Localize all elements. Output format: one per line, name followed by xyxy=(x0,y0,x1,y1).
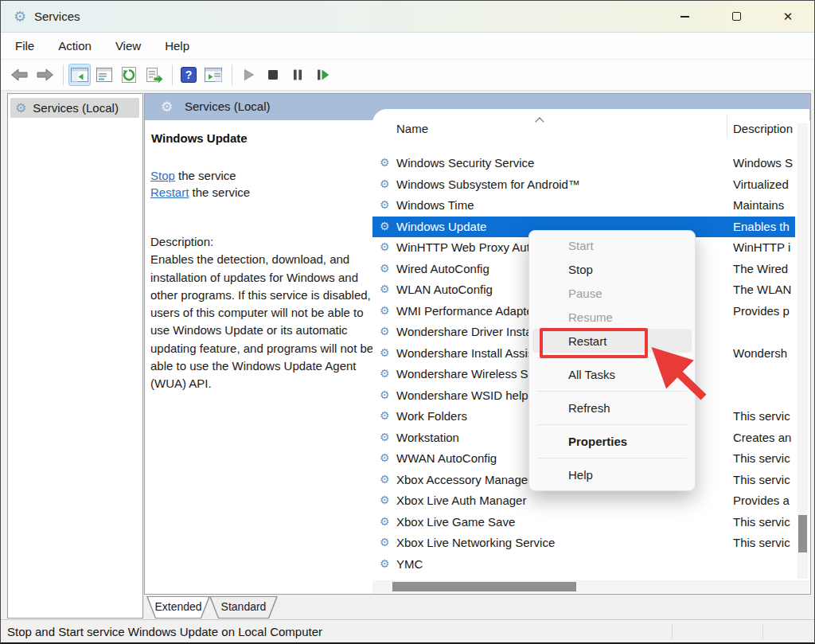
toolbar-separator xyxy=(63,64,64,85)
service-name: Windows Time xyxy=(396,198,474,212)
show-action-pane-button[interactable] xyxy=(202,64,224,86)
export-list-button[interactable] xyxy=(142,64,165,86)
service-gear-icon: ⚙ xyxy=(380,409,390,422)
service-row[interactable]: ⚙ Xbox Live Networking Service This serv… xyxy=(372,533,795,554)
stop-service-button[interactable] xyxy=(262,64,284,86)
service-gear-icon: ⚙ xyxy=(380,325,390,338)
back-button[interactable] xyxy=(9,64,31,86)
view-tab[interactable]: Standard xyxy=(209,596,278,619)
context-menu-item[interactable]: Help › xyxy=(532,463,692,486)
menu-item[interactable]: Help xyxy=(165,39,189,53)
service-description-cell: Wondersh xyxy=(733,346,787,360)
service-name: Work Folders xyxy=(396,409,467,423)
service-description-cell: Provides p xyxy=(733,304,790,318)
context-menu-item-label: All Tasks xyxy=(568,368,615,381)
service-name: Xbox Live Auth Manager xyxy=(396,494,526,507)
service-gear-icon: ⚙ xyxy=(380,156,390,169)
context-menu-item[interactable]: Properties › xyxy=(532,429,692,453)
service-description-cell: This servic xyxy=(733,536,790,549)
service-action-line: Stop the service xyxy=(150,167,250,184)
tab-label: Extended xyxy=(146,600,210,613)
context-menu-item-label: Refresh xyxy=(568,401,610,415)
context-menu-item[interactable]: Stop › xyxy=(532,257,692,281)
service-row[interactable]: ⚙ Windows Security Service Windows S xyxy=(372,153,795,174)
minimize-button[interactable] xyxy=(666,1,703,32)
service-description-cell: Virtualized xyxy=(733,178,789,191)
start-service-icon xyxy=(240,66,257,84)
help-icon: ? xyxy=(181,67,197,83)
service-action-rest: the service xyxy=(189,185,250,199)
vertical-scrollbar[interactable] xyxy=(797,123,808,579)
view-tab[interactable]: Extended xyxy=(146,596,210,619)
service-name: Windows Update xyxy=(396,220,486,233)
service-gear-icon: ⚙ xyxy=(380,536,390,548)
column-header-description[interactable]: Description xyxy=(733,122,793,135)
show-console-tree-button[interactable] xyxy=(68,64,91,86)
service-row[interactable]: ⚙ Windows Time Maintains xyxy=(372,195,795,217)
service-gear-icon: ⚙ xyxy=(380,515,390,528)
menu-item[interactable]: View xyxy=(115,39,141,53)
service-action-links: Stop the serviceRestart the service xyxy=(150,167,250,201)
context-menu-item[interactable]: Pause › xyxy=(532,281,692,305)
menu-item[interactable]: File xyxy=(15,39,34,53)
vertical-scrollbar-thumb[interactable] xyxy=(798,515,807,552)
context-menu-item-label: Properties xyxy=(568,435,627,448)
refresh-button[interactable] xyxy=(118,64,140,86)
tab-label: Standard xyxy=(209,600,278,613)
horizontal-scrollbar-thumb[interactable] xyxy=(392,582,576,591)
service-row[interactable]: ⚙ YMC xyxy=(372,554,795,576)
start-service-button[interactable] xyxy=(237,64,259,86)
window-title: Services xyxy=(34,10,80,23)
horizontal-scrollbar[interactable] xyxy=(372,580,809,593)
close-icon: ✕ xyxy=(783,10,794,22)
context-menu-item[interactable]: Resume › xyxy=(532,305,692,329)
service-description-cell: Creates an xyxy=(733,431,791,444)
tree-item-services-local[interactable]: ⚙ Services (Local) xyxy=(10,98,139,118)
service-row[interactable]: ⚙ Windows Subsystem for Android™ Virtual… xyxy=(372,174,795,196)
service-gear-icon: ⚙ xyxy=(380,304,390,317)
service-name: Workstation xyxy=(396,431,459,444)
restart-service-button[interactable] xyxy=(311,64,333,86)
column-divider[interactable] xyxy=(727,114,727,138)
service-row[interactable]: ⚙ Xbox Live Auth Manager Provides a xyxy=(372,490,795,512)
list-header: Name Description xyxy=(372,109,795,141)
pause-service-button[interactable] xyxy=(287,64,309,86)
service-name: Windows Security Service xyxy=(396,156,534,170)
close-button[interactable]: ✕ xyxy=(770,1,806,32)
maximize-button[interactable] xyxy=(718,1,755,32)
service-gear-icon: ⚙ xyxy=(380,220,390,232)
restart-service-icon xyxy=(314,66,331,84)
service-name: Windows Subsystem for Android™ xyxy=(396,178,580,191)
pause-service-icon xyxy=(289,66,306,84)
export-list-icon xyxy=(144,65,163,84)
toolbar-separator xyxy=(232,64,232,85)
column-header-name[interactable]: Name xyxy=(396,122,428,135)
service-name: WMI Performance Adapter xyxy=(396,304,537,318)
service-gear-icon: ⚙ xyxy=(380,367,390,380)
description-label: Description: xyxy=(150,233,375,251)
service-name: Xbox Live Game Save xyxy=(396,515,515,529)
service-gear-icon: ⚙ xyxy=(380,198,390,211)
service-gear-icon: ⚙ xyxy=(380,283,390,295)
service-action-rest: the service xyxy=(175,169,236,182)
service-action-link[interactable]: Restart xyxy=(150,185,189,199)
context-menu-item-label: Start xyxy=(568,239,594,252)
status-divider xyxy=(672,624,673,639)
menu-item[interactable]: Action xyxy=(58,39,92,53)
forward-button[interactable] xyxy=(33,64,56,86)
service-row[interactable]: ⚙ Xbox Live Game Save This servic xyxy=(372,512,795,533)
service-name: WLAN AutoConfig xyxy=(396,283,493,296)
stop-service-icon xyxy=(264,66,282,84)
service-gear-icon: ⚙ xyxy=(380,431,390,443)
toolbar-separator xyxy=(172,64,173,85)
service-description-cell: Maintains xyxy=(733,198,784,212)
service-action-link[interactable]: Stop xyxy=(150,169,175,182)
service-description-cell: This servic xyxy=(733,451,790,465)
properties-button[interactable] xyxy=(93,64,115,86)
view-tabs: Extended Standard xyxy=(144,596,811,619)
service-gear-icon: ⚙ xyxy=(380,346,390,359)
tree-item-label: Services (Local) xyxy=(33,101,119,115)
context-menu-item[interactable]: Start › xyxy=(532,233,692,257)
help-button[interactable]: ? xyxy=(177,64,200,86)
service-gear-icon: ⚙ xyxy=(380,178,390,190)
